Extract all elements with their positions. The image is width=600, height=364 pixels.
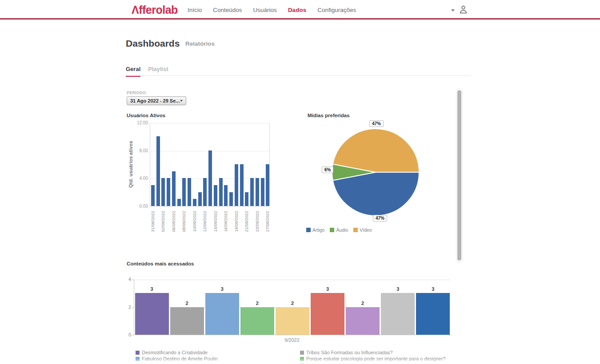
active-users-bar bbox=[235, 164, 238, 206]
panel-scrollbar-thumb[interactable] bbox=[457, 90, 461, 261]
active-users-bar bbox=[266, 164, 269, 206]
x-tick-label: 16/09/2022 bbox=[223, 209, 228, 213]
active-users-bar bbox=[156, 136, 160, 206]
active-users-bar bbox=[193, 199, 196, 206]
active-users-bar bbox=[161, 178, 165, 206]
pie-slice-artigo bbox=[333, 172, 419, 216]
bar-value-label: 3 bbox=[205, 286, 239, 292]
y-tick-label: 0.00 bbox=[130, 204, 148, 209]
pie-value-label-artigo: 47% bbox=[373, 215, 387, 222]
legend-item bbox=[136, 362, 218, 364]
legend-item-video: Vídeo bbox=[353, 227, 372, 233]
active-users-bar bbox=[151, 185, 155, 206]
pie-slice-video bbox=[333, 129, 419, 172]
app-logo[interactable]: Λfferolab bbox=[132, 4, 178, 16]
legend-swatch bbox=[300, 357, 304, 361]
legend-swatch bbox=[353, 228, 358, 232]
legend-label: Porque estudar psicologia pode ser impor… bbox=[306, 356, 446, 361]
gridline bbox=[150, 123, 269, 123]
active-users-bar bbox=[208, 150, 212, 206]
active-users-bar bbox=[219, 178, 223, 206]
nav-item-dados[interactable]: Dados bbox=[288, 7, 306, 13]
legend-item bbox=[300, 362, 446, 364]
active-users-chart-title: Usuários Ativos bbox=[127, 113, 165, 118]
tabs-divider bbox=[126, 75, 471, 76]
bar-value-label: 3 bbox=[135, 286, 169, 292]
active-users-bar bbox=[172, 171, 176, 206]
legend-item: Porque estudar psicologia pode ser impor… bbox=[300, 356, 446, 362]
nav-item-conteudos[interactable]: Conteúdos bbox=[213, 7, 242, 13]
x-tick-label: 12/09/2022 bbox=[202, 209, 207, 213]
active-users-bar bbox=[250, 178, 254, 206]
axis-tick bbox=[132, 280, 134, 280]
x-tick-label: 08/09/2022 bbox=[181, 209, 186, 213]
top-content-bar bbox=[416, 293, 450, 335]
active-users-bar bbox=[214, 185, 217, 206]
x-tick-label: 19/09/2022 bbox=[234, 209, 238, 213]
top-content-bar bbox=[205, 293, 239, 335]
y-tick-label: 8.00 bbox=[130, 148, 148, 153]
axis-tick bbox=[132, 335, 134, 336]
top-content-legend-col1: Desmistificando a CriatividadeFabuloso D… bbox=[136, 349, 218, 364]
active-users-bar bbox=[256, 178, 259, 206]
app-root: Λfferolab InícioConteúdosUsuáriosDadosCo… bbox=[0, 0, 600, 364]
reports-link[interactable]: Relatórios bbox=[185, 40, 215, 47]
y-tick-label: 4.00 bbox=[130, 176, 148, 181]
media-pie-legend: ArtigoÁudioVídeo bbox=[306, 227, 372, 233]
top-content-chart-title: Conteúdos mais acessados bbox=[127, 261, 194, 266]
legend-swatch bbox=[136, 357, 140, 361]
top-content-bar bbox=[240, 307, 274, 335]
gridline bbox=[134, 280, 450, 280]
page-title: Dashboards bbox=[126, 38, 180, 49]
user-menu-caret-icon[interactable] bbox=[451, 9, 455, 12]
media-pie-svg bbox=[330, 127, 421, 218]
top-content-bar bbox=[381, 293, 415, 335]
top-navbar: Λfferolab InícioConteúdosUsuáriosDadosCo… bbox=[0, 0, 600, 20]
y-tick-label: 0 bbox=[118, 332, 131, 337]
top-content-bar bbox=[276, 307, 309, 335]
active-users-bar bbox=[203, 178, 207, 206]
legend-item: Tribos São Formadas ou Influenciadas? bbox=[300, 349, 446, 356]
period-dropdown[interactable]: 31 Ago 2022 - 29 Se... bbox=[127, 96, 186, 105]
active-users-y-axis-label: Qtd. usuários ativos bbox=[128, 133, 133, 195]
legend-swatch bbox=[300, 351, 304, 355]
y-tick-label: 4 bbox=[118, 277, 131, 282]
axis-tick bbox=[132, 308, 134, 308]
bar-value-label: 3 bbox=[311, 286, 344, 292]
legend-item-audio: Áudio bbox=[330, 227, 348, 233]
nav-item-inicio[interactable]: Início bbox=[188, 7, 202, 13]
active-users-bar bbox=[188, 178, 191, 206]
nav-item-configuracoes[interactable]: Configurações bbox=[317, 7, 356, 13]
x-tick-label: 06/09/2022 bbox=[171, 209, 176, 213]
active-users-bar bbox=[167, 178, 170, 206]
active-users-bar bbox=[245, 192, 248, 206]
pie-value-label-video: 47% bbox=[369, 120, 384, 127]
bar-value-label: 2 bbox=[240, 301, 274, 306]
y-tick-label: 12.00 bbox=[130, 120, 148, 125]
legend-label: Tribos São Formadas ou Influenciadas? bbox=[306, 350, 393, 355]
bar-value-label: 3 bbox=[381, 286, 415, 292]
active-users-bar bbox=[229, 192, 233, 206]
active-users-bar bbox=[198, 192, 202, 206]
bar-value-label: 2 bbox=[346, 301, 380, 306]
active-users-bar bbox=[182, 178, 186, 206]
bar-value-label: 3 bbox=[416, 286, 450, 292]
legend-swatch bbox=[136, 351, 140, 355]
x-tick-label: 21/09/2022 bbox=[244, 209, 248, 213]
top-content-bar bbox=[135, 293, 169, 335]
nav-item-usuarios[interactable]: Usuários bbox=[253, 7, 277, 13]
top-content-plot: 323223233 bbox=[134, 280, 450, 335]
x-tick-label: 27/09/2022 bbox=[265, 209, 269, 213]
top-content-bar bbox=[311, 293, 344, 335]
pie-value-label-audio: 6% bbox=[322, 166, 333, 173]
y-tick-label: 2 bbox=[118, 305, 131, 310]
bar-value-label: 2 bbox=[170, 301, 204, 306]
top-content-bar bbox=[346, 307, 380, 335]
x-tick-label: 10/09/2022 bbox=[192, 209, 196, 213]
active-users-bar bbox=[177, 199, 181, 206]
top-content-x-axis-label: 9/2022 bbox=[134, 337, 450, 343]
top-content-bar bbox=[170, 307, 204, 335]
legend-swatch bbox=[330, 228, 334, 232]
user-profile-icon[interactable] bbox=[459, 5, 468, 15]
legend-item-artigo: Artigo bbox=[306, 227, 324, 233]
